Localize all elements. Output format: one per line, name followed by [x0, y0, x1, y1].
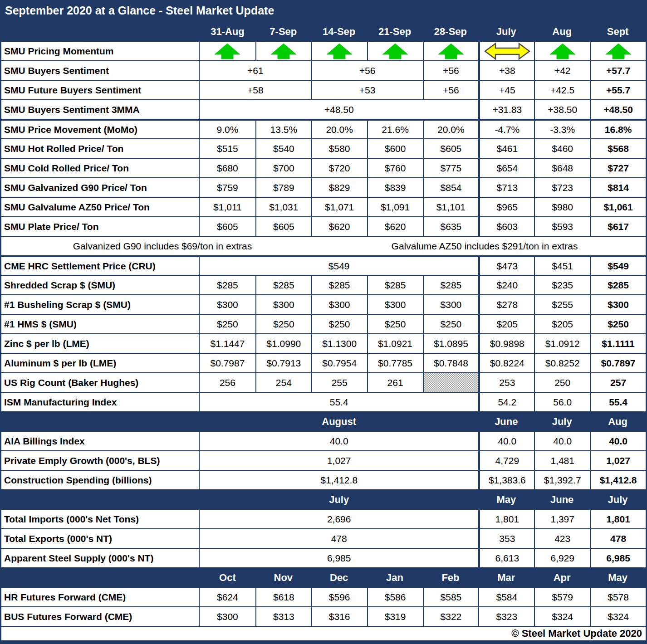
row-label: ISM Manufacturing Index: [1, 393, 200, 411]
section-column-header: July: [534, 412, 590, 431]
section-column-header: Mar: [478, 568, 534, 587]
cell: $460: [534, 139, 590, 158]
cell: $473: [478, 257, 534, 275]
cell: $285: [311, 276, 367, 294]
cell: 9.0%: [200, 121, 255, 138]
cell: $829: [311, 178, 367, 197]
row-label: #1 Busheling Scrap $ (SMU): [1, 295, 200, 314]
cell: $549: [590, 257, 646, 275]
cell: $605: [255, 217, 311, 236]
cell: 478: [200, 529, 478, 548]
cell: $0.7987: [200, 354, 255, 372]
up-arrow-icon: [437, 43, 465, 59]
cell: 16.8%: [590, 121, 646, 138]
cell: $1,101: [423, 198, 479, 216]
cell: $0.8252: [534, 354, 590, 372]
cell: $300: [423, 295, 479, 314]
cell: $605: [200, 217, 255, 236]
cell: +31.83: [478, 100, 534, 119]
section-column-header: Oct: [200, 568, 255, 587]
section-column-header: Jan: [367, 568, 423, 587]
cell: $250: [590, 315, 646, 333]
cell: $680: [200, 159, 255, 177]
cell: $319: [367, 607, 423, 626]
cell: $654: [478, 159, 534, 177]
cell: $285: [255, 276, 311, 294]
cell: $1,412.8: [200, 471, 478, 489]
column-header: 28-Sep: [423, 22, 479, 41]
cell: $461: [478, 139, 534, 158]
column-header: 14-Sep: [311, 22, 367, 41]
cell: $1,383.6: [478, 471, 534, 489]
cell: $603: [478, 217, 534, 236]
cell: $205: [478, 315, 534, 333]
cell: 1,801: [590, 510, 646, 528]
table-row: CME HRC Settlement Price (CRU)$549$473$4…: [1, 255, 646, 275]
momentum-cell: [423, 42, 479, 60]
row-label: Zinc $ per lb (LME): [1, 334, 200, 353]
column-header: Aug: [534, 22, 590, 41]
cell: $0.7897: [590, 354, 646, 372]
row-label: SMU Hot Rolled Price/ Ton: [1, 139, 200, 158]
cell: $839: [367, 178, 423, 197]
cell: $250: [423, 315, 479, 333]
cell: $323: [478, 607, 534, 626]
cell: $1,392.7: [534, 471, 590, 489]
cell: +56: [423, 61, 479, 80]
cell: $300: [367, 295, 423, 314]
table-row: SMU Price Movement (MoMo)9.0%13.5%20.0%2…: [1, 119, 646, 138]
cell: +42: [534, 61, 590, 80]
momentum-cell: [534, 42, 590, 60]
cell: $285: [590, 276, 646, 294]
cell: +45: [478, 81, 534, 99]
cell: $584: [478, 588, 534, 606]
cell: $605: [423, 139, 479, 158]
cell: 423: [534, 529, 590, 548]
cell: 55.4: [200, 393, 478, 411]
cell: $593: [534, 217, 590, 236]
table-header-row: 31-Aug7-Sep14-Sep21-Sep28-SepJulyAugSept: [1, 21, 646, 41]
cell: $515: [200, 139, 255, 158]
row-label: Construction Spending (billions): [1, 471, 200, 489]
row-label: Total Imports (000's Net Tons): [1, 510, 200, 528]
cell: $635: [423, 217, 479, 236]
cell: $285: [423, 276, 479, 294]
cell: $240: [478, 276, 534, 294]
cell: $1,071: [311, 198, 367, 216]
cell: 21.6%: [367, 121, 423, 138]
cell: $580: [311, 139, 367, 158]
up-arrow-icon: [270, 43, 298, 59]
cell: 20.0%: [311, 121, 367, 138]
cell: $586: [367, 588, 423, 606]
cell: $617: [590, 217, 646, 236]
cell: 40.0: [478, 432, 534, 450]
momentum-cell: [367, 42, 423, 60]
cell: $285: [367, 276, 423, 294]
cell: $1.0990: [255, 334, 311, 353]
row-label: SMU Plate Price/ Ton: [1, 217, 200, 236]
row-label: [1, 490, 200, 509]
table-row: Total Imports (000's Net Tons)2,6961,801…: [1, 509, 646, 528]
cell: $600: [367, 139, 423, 158]
cell: $250: [255, 315, 311, 333]
section-header-row: OctNovDecJanFebMarAprMay: [1, 567, 646, 587]
cell: $235: [534, 276, 590, 294]
cell: $1,031: [255, 198, 311, 216]
copyright: © Steel Market Update 2020: [1, 626, 646, 640]
cell: 254: [255, 373, 311, 392]
cell: $648: [534, 159, 590, 177]
cell: 478: [590, 529, 646, 548]
table-row: ISM Manufacturing Index55.454.256.055.4: [1, 392, 646, 411]
table-row: Private Emply Growth (000's, BLS)1,0274,…: [1, 450, 646, 470]
cell: $540: [255, 139, 311, 158]
cell: $0.8224: [478, 354, 534, 372]
row-label: BUS Futures Forward (CME): [1, 607, 200, 626]
cell: +48.50: [590, 100, 646, 119]
row-label: Private Emply Growth (000's, BLS): [1, 451, 200, 470]
cell: $322: [423, 607, 479, 626]
momentum-cell: [200, 42, 255, 60]
cell: $1.0895: [423, 334, 479, 353]
cell: $300: [311, 295, 367, 314]
cell: $324: [534, 607, 590, 626]
row-label: CME HRC Settlement Price (CRU): [1, 257, 200, 275]
